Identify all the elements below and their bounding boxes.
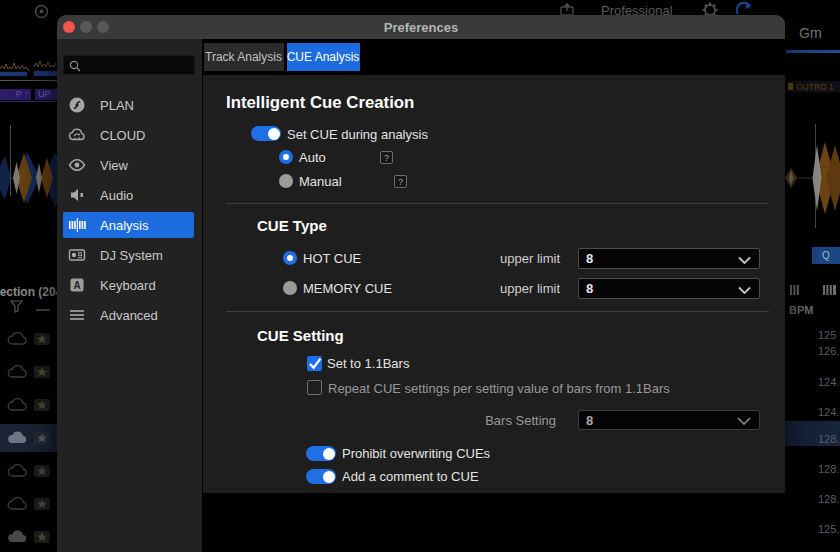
svg-text:A: A [73, 280, 80, 291]
